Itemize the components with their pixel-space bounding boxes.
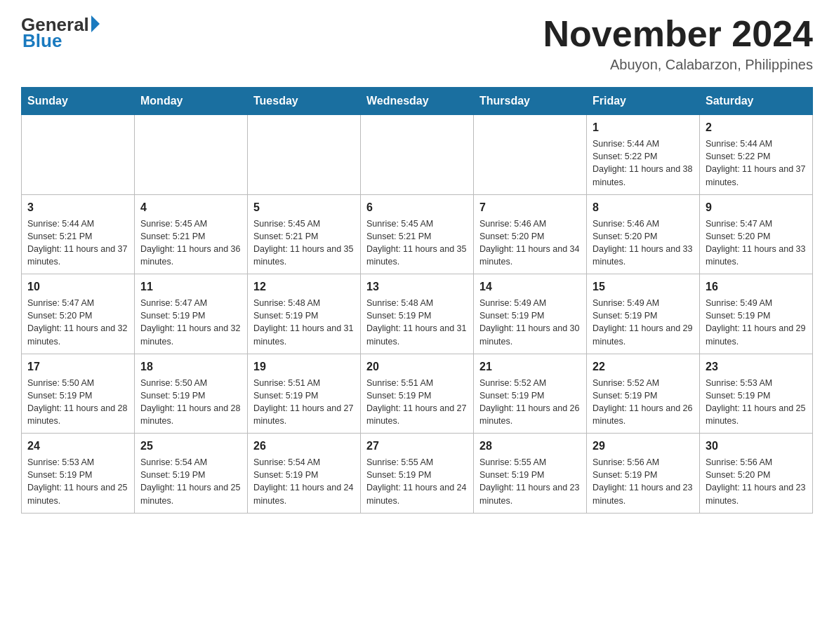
day-info: Sunrise: 5:54 AM Sunset: 5:19 PM Dayligh…	[140, 456, 241, 507]
day-number: 2	[706, 119, 807, 136]
column-header-thursday: Thursday	[474, 88, 587, 115]
day-info: Sunrise: 5:49 AM Sunset: 5:19 PM Dayligh…	[479, 297, 581, 348]
day-info: Sunrise: 5:45 AM Sunset: 5:21 PM Dayligh…	[140, 217, 241, 269]
location: Abuyon, Calabarzon, Philippines	[543, 57, 813, 73]
day-number: 9	[706, 199, 807, 216]
day-info: Sunrise: 5:55 AM Sunset: 5:19 PM Dayligh…	[479, 456, 581, 507]
calendar-cell: 18Sunrise: 5:50 AM Sunset: 5:19 PM Dayli…	[135, 354, 248, 434]
week-row-1: 1Sunrise: 5:44 AM Sunset: 5:22 PM Daylig…	[22, 115, 813, 195]
calendar-cell: 13Sunrise: 5:48 AM Sunset: 5:19 PM Dayli…	[361, 274, 474, 354]
calendar-cell: 14Sunrise: 5:49 AM Sunset: 5:19 PM Dayli…	[474, 274, 587, 354]
calendar-table: SundayMondayTuesdayWednesdayThursdayFrid…	[21, 87, 813, 514]
day-number: 30	[706, 438, 807, 455]
day-info: Sunrise: 5:48 AM Sunset: 5:19 PM Dayligh…	[366, 297, 468, 348]
title-area: November 2024 Abuyon, Calabarzon, Philip…	[543, 14, 813, 73]
column-header-saturday: Saturday	[700, 88, 813, 115]
day-info: Sunrise: 5:50 AM Sunset: 5:19 PM Dayligh…	[27, 377, 128, 428]
calendar-cell: 8Sunrise: 5:46 AM Sunset: 5:20 PM Daylig…	[587, 194, 700, 274]
week-row-3: 10Sunrise: 5:47 AM Sunset: 5:20 PM Dayli…	[22, 274, 813, 354]
calendar-cell: 23Sunrise: 5:53 AM Sunset: 5:19 PM Dayli…	[700, 354, 813, 434]
calendar-cell	[361, 115, 474, 195]
day-number: 3	[27, 199, 128, 216]
calendar-cell: 22Sunrise: 5:52 AM Sunset: 5:19 PM Dayli…	[587, 354, 700, 434]
day-info: Sunrise: 5:47 AM Sunset: 5:20 PM Dayligh…	[706, 217, 807, 269]
day-info: Sunrise: 5:47 AM Sunset: 5:19 PM Dayligh…	[140, 297, 241, 348]
week-row-5: 24Sunrise: 5:53 AM Sunset: 5:19 PM Dayli…	[22, 434, 813, 514]
calendar-cell: 11Sunrise: 5:47 AM Sunset: 5:19 PM Dayli…	[135, 274, 248, 354]
calendar-cell: 4Sunrise: 5:45 AM Sunset: 5:21 PM Daylig…	[135, 194, 248, 274]
day-info: Sunrise: 5:46 AM Sunset: 5:20 PM Dayligh…	[479, 217, 581, 269]
calendar-cell: 17Sunrise: 5:50 AM Sunset: 5:19 PM Dayli…	[22, 354, 135, 434]
day-number: 19	[253, 358, 355, 375]
calendar-cell: 1Sunrise: 5:44 AM Sunset: 5:22 PM Daylig…	[587, 115, 700, 195]
day-number: 8	[593, 199, 694, 216]
day-number: 13	[366, 279, 468, 295]
day-info: Sunrise: 5:53 AM Sunset: 5:19 PM Dayligh…	[27, 456, 128, 507]
calendar-cell: 3Sunrise: 5:44 AM Sunset: 5:21 PM Daylig…	[22, 194, 135, 274]
day-info: Sunrise: 5:51 AM Sunset: 5:19 PM Dayligh…	[366, 377, 468, 428]
calendar-cell: 28Sunrise: 5:55 AM Sunset: 5:19 PM Dayli…	[474, 434, 587, 514]
day-info: Sunrise: 5:44 AM Sunset: 5:21 PM Dayligh…	[27, 217, 128, 269]
calendar-cell: 29Sunrise: 5:56 AM Sunset: 5:19 PM Dayli…	[587, 434, 700, 514]
day-number: 22	[593, 358, 694, 375]
day-number: 1	[593, 119, 694, 136]
calendar-cell: 9Sunrise: 5:47 AM Sunset: 5:20 PM Daylig…	[700, 194, 813, 274]
day-number: 6	[366, 199, 468, 216]
calendar-cell	[248, 115, 361, 195]
day-info: Sunrise: 5:47 AM Sunset: 5:20 PM Dayligh…	[27, 297, 128, 348]
calendar-cell: 26Sunrise: 5:54 AM Sunset: 5:19 PM Dayli…	[248, 434, 361, 514]
calendar-cell	[474, 115, 587, 195]
calendar-cell: 10Sunrise: 5:47 AM Sunset: 5:20 PM Dayli…	[22, 274, 135, 354]
calendar-cell: 21Sunrise: 5:52 AM Sunset: 5:19 PM Dayli…	[474, 354, 587, 434]
calendar-cell: 25Sunrise: 5:54 AM Sunset: 5:19 PM Dayli…	[135, 434, 248, 514]
day-info: Sunrise: 5:46 AM Sunset: 5:20 PM Dayligh…	[593, 217, 694, 269]
day-number: 27	[366, 438, 468, 455]
calendar-cell: 19Sunrise: 5:51 AM Sunset: 5:19 PM Dayli…	[248, 354, 361, 434]
day-info: Sunrise: 5:54 AM Sunset: 5:19 PM Dayligh…	[253, 456, 355, 507]
day-number: 29	[593, 438, 694, 455]
column-header-monday: Monday	[135, 88, 248, 115]
column-header-wednesday: Wednesday	[361, 88, 474, 115]
calendar-cell: 20Sunrise: 5:51 AM Sunset: 5:19 PM Dayli…	[361, 354, 474, 434]
calendar-cell: 16Sunrise: 5:49 AM Sunset: 5:19 PM Dayli…	[700, 274, 813, 354]
day-number: 26	[253, 438, 355, 455]
day-info: Sunrise: 5:53 AM Sunset: 5:19 PM Dayligh…	[706, 377, 807, 428]
day-info: Sunrise: 5:45 AM Sunset: 5:21 PM Dayligh…	[366, 217, 468, 269]
day-number: 15	[593, 279, 694, 295]
day-info: Sunrise: 5:55 AM Sunset: 5:19 PM Dayligh…	[366, 456, 468, 507]
calendar-cell: 6Sunrise: 5:45 AM Sunset: 5:21 PM Daylig…	[361, 194, 474, 274]
day-number: 12	[253, 279, 355, 295]
day-number: 4	[140, 199, 241, 216]
month-title: November 2024	[543, 14, 813, 54]
column-header-sunday: Sunday	[22, 88, 135, 115]
calendar-cell	[135, 115, 248, 195]
calendar-cell: 7Sunrise: 5:46 AM Sunset: 5:20 PM Daylig…	[474, 194, 587, 274]
day-info: Sunrise: 5:56 AM Sunset: 5:19 PM Dayligh…	[593, 456, 694, 507]
day-number: 14	[479, 279, 581, 295]
day-info: Sunrise: 5:50 AM Sunset: 5:19 PM Dayligh…	[140, 377, 241, 428]
day-number: 25	[140, 438, 241, 455]
day-info: Sunrise: 5:49 AM Sunset: 5:19 PM Dayligh…	[706, 297, 807, 348]
day-number: 23	[706, 358, 807, 375]
column-header-friday: Friday	[587, 88, 700, 115]
page-header: General Blue November 2024 Abuyon, Calab…	[21, 14, 813, 73]
day-number: 24	[27, 438, 128, 455]
day-number: 17	[27, 358, 128, 375]
calendar-cell: 15Sunrise: 5:49 AM Sunset: 5:19 PM Dayli…	[587, 274, 700, 354]
week-row-2: 3Sunrise: 5:44 AM Sunset: 5:21 PM Daylig…	[22, 194, 813, 274]
calendar-cell: 27Sunrise: 5:55 AM Sunset: 5:19 PM Dayli…	[361, 434, 474, 514]
calendar-cell	[22, 115, 135, 195]
calendar-cell: 12Sunrise: 5:48 AM Sunset: 5:19 PM Dayli…	[248, 274, 361, 354]
logo: General Blue	[21, 14, 100, 52]
day-info: Sunrise: 5:51 AM Sunset: 5:19 PM Dayligh…	[253, 377, 355, 428]
day-number: 7	[479, 199, 581, 216]
calendar-cell: 2Sunrise: 5:44 AM Sunset: 5:22 PM Daylig…	[700, 115, 813, 195]
logo-triangle-icon	[91, 15, 100, 32]
day-info: Sunrise: 5:49 AM Sunset: 5:19 PM Dayligh…	[593, 297, 694, 348]
day-number: 21	[479, 358, 581, 375]
calendar-cell: 30Sunrise: 5:56 AM Sunset: 5:20 PM Dayli…	[700, 434, 813, 514]
day-info: Sunrise: 5:44 AM Sunset: 5:22 PM Dayligh…	[593, 137, 694, 189]
day-number: 28	[479, 438, 581, 455]
day-number: 11	[140, 279, 241, 295]
day-info: Sunrise: 5:48 AM Sunset: 5:19 PM Dayligh…	[253, 297, 355, 348]
